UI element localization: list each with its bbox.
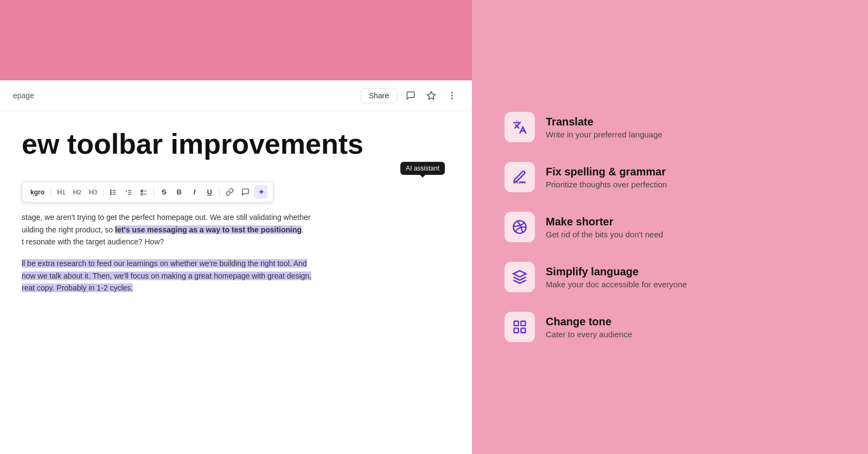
ai-tooltip: AI assistant bbox=[400, 162, 445, 175]
h3-button[interactable]: H3 bbox=[86, 186, 100, 198]
feature-make-shorter[interactable]: Make shorter Get rid of the bits you don… bbox=[505, 204, 835, 250]
svg-point-3 bbox=[451, 98, 452, 99]
make-shorter-title: Make shorter bbox=[546, 216, 663, 228]
text-para1-line1: stage, we aren't trying to get the perfe… bbox=[22, 213, 310, 222]
simplify-language-text: Simplify language Make your doc accessib… bbox=[546, 266, 687, 289]
make-shorter-icon bbox=[505, 212, 535, 242]
italic-button[interactable]: I bbox=[188, 186, 201, 198]
header-actions: Share bbox=[361, 88, 459, 103]
comment-icon-button[interactable] bbox=[404, 89, 418, 103]
feature-change-tone[interactable]: Change tone Cater to every audience bbox=[505, 304, 835, 350]
share-button[interactable]: Share bbox=[361, 88, 397, 103]
document-area: epage Share bbox=[0, 0, 472, 454]
doc-header: epage Share bbox=[0, 80, 472, 111]
star-icon-button[interactable] bbox=[424, 89, 438, 103]
change-tone-title: Change tone bbox=[546, 316, 632, 328]
simplify-language-desc: Make your doc accessible for everyone bbox=[546, 280, 687, 289]
svg-rect-19 bbox=[521, 321, 525, 326]
make-shorter-desc: Get rid of the bits you don't need bbox=[546, 230, 663, 239]
fix-spelling-desc: Prioritize thoughts over perfection bbox=[546, 180, 667, 189]
svg-point-1 bbox=[451, 92, 452, 93]
change-tone-text: Change tone Cater to every audience bbox=[546, 316, 632, 339]
checklist-button[interactable] bbox=[137, 187, 150, 198]
star-icon bbox=[426, 91, 436, 100]
doc-content: ew toolbar improvements AI assistant kgr… bbox=[0, 111, 472, 454]
comment-toolbar-icon bbox=[241, 188, 250, 196]
divider-2 bbox=[103, 187, 104, 197]
translate-title: Translate bbox=[546, 116, 662, 128]
h2-button[interactable]: H2 bbox=[70, 186, 84, 198]
text-para2-highlighted: ll be extra research to feed our learnin… bbox=[22, 259, 311, 292]
h1-button[interactable]: H1 bbox=[54, 186, 68, 198]
link-icon bbox=[226, 188, 234, 196]
simplify-language-title: Simplify language bbox=[546, 266, 687, 278]
doc-title: ew toolbar improvements bbox=[22, 129, 450, 160]
fix-spelling-title: Fix spelling & grammar bbox=[546, 166, 667, 178]
svg-rect-21 bbox=[521, 328, 525, 332]
svg-point-8 bbox=[111, 192, 112, 193]
svg-point-7 bbox=[111, 190, 112, 191]
simplify-language-icon bbox=[505, 262, 535, 292]
strikethrough-button[interactable]: S bbox=[157, 186, 170, 198]
right-panel: Translate Write in your preferred langua… bbox=[472, 0, 868, 454]
comment-toolbar-button[interactable] bbox=[239, 186, 252, 198]
make-shorter-text: Make shorter Get rid of the bits you don… bbox=[546, 216, 663, 239]
comment-icon bbox=[406, 91, 416, 100]
link-button[interactable] bbox=[223, 186, 237, 198]
ordered-list-icon bbox=[125, 188, 132, 196]
more-options-icon bbox=[447, 91, 457, 100]
svg-point-9 bbox=[111, 193, 112, 194]
translate-text: Translate Write in your preferred langua… bbox=[546, 116, 662, 139]
top-bar bbox=[0, 0, 472, 80]
text-para1-line2-pre: uilding the right product, so bbox=[22, 225, 115, 234]
svg-rect-20 bbox=[514, 328, 519, 332]
breadcrumb: epage bbox=[13, 91, 34, 100]
fix-spelling-icon bbox=[505, 162, 535, 192]
text-para1-line3: t resonate with the target audience? How… bbox=[22, 237, 164, 246]
text-para1-period: . bbox=[302, 225, 304, 234]
bullet-list-icon bbox=[110, 188, 117, 196]
underline-button[interactable]: U bbox=[203, 186, 216, 198]
text-block-2: ll be extra research to feed our learnin… bbox=[22, 257, 450, 294]
formatting-toolbar: kgro H1 H2 H3 bbox=[22, 181, 273, 203]
text-block-1: stage, we aren't trying to get the perfe… bbox=[22, 211, 450, 248]
bold-button[interactable]: B bbox=[173, 186, 186, 198]
svg-marker-0 bbox=[427, 92, 436, 99]
ai-assistant-button[interactable]: ✦ bbox=[254, 185, 267, 199]
more-options-button[interactable] bbox=[445, 89, 459, 103]
translate-icon bbox=[505, 112, 535, 142]
checklist-icon bbox=[140, 188, 148, 196]
fix-spelling-text: Fix spelling & grammar Prioritize though… bbox=[546, 166, 667, 189]
feature-fix-spelling[interactable]: Fix spelling & grammar Prioritize though… bbox=[505, 154, 835, 200]
divider-4 bbox=[219, 187, 220, 197]
divider-1 bbox=[50, 187, 51, 197]
svg-point-2 bbox=[451, 95, 452, 96]
text-para1-highlighted: let's use messaging as a way to test the… bbox=[115, 225, 302, 234]
svg-rect-18 bbox=[514, 321, 519, 326]
ordered-list-button[interactable] bbox=[122, 187, 135, 198]
doc-panel: epage Share bbox=[0, 80, 472, 454]
feature-simplify-language[interactable]: Simplify language Make your doc accessib… bbox=[505, 254, 835, 300]
divider-3 bbox=[154, 187, 154, 197]
change-tone-icon bbox=[505, 312, 535, 342]
svg-rect-15 bbox=[141, 193, 143, 195]
translate-desc: Write in your preferred language bbox=[546, 130, 662, 139]
bullet-list-button[interactable] bbox=[107, 187, 120, 198]
feature-translate[interactable]: Translate Write in your preferred langua… bbox=[505, 104, 835, 150]
change-tone-desc: Cater to every audience bbox=[546, 330, 632, 339]
text-selection-label: kgro bbox=[28, 187, 47, 198]
toolbar-wrapper: AI assistant kgro H1 H2 H3 bbox=[22, 181, 450, 203]
